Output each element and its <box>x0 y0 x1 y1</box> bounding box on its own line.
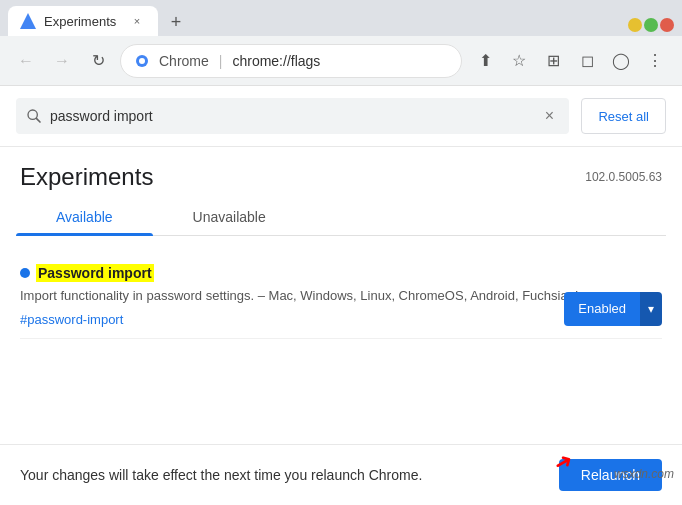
new-tab-button[interactable]: + <box>162 8 190 36</box>
address-chrome-label: Chrome <box>159 53 209 69</box>
reload-button[interactable]: ↻ <box>84 47 112 75</box>
experiment-item: Password import Import functionality in … <box>20 252 662 339</box>
titlebar: Experiments × + <box>0 0 682 36</box>
close-button[interactable] <box>660 18 674 32</box>
status-select-wrap[interactable]: Enabled ▾ <box>564 292 662 326</box>
chrome-icon <box>133 52 151 70</box>
back-button[interactable]: ← <box>12 47 40 75</box>
minimize-button[interactable] <box>628 18 642 32</box>
experiment-link[interactable]: #password-import <box>20 312 123 327</box>
experiments-title: Experiments <box>20 163 153 191</box>
tab-available[interactable]: Available <box>16 199 153 235</box>
address-field[interactable]: Chrome | chrome://flags <box>120 44 462 78</box>
maximize-button[interactable] <box>644 18 658 32</box>
search-bar: × Reset all <box>0 86 682 147</box>
experiment-status-dot <box>20 268 30 278</box>
search-icon <box>26 108 42 124</box>
tabs-bar: Available Unavailable <box>16 199 666 236</box>
status-select-arrow[interactable]: ▾ <box>640 292 662 326</box>
bottom-message: Your changes will take effect the next t… <box>20 467 422 483</box>
address-url: chrome://flags <box>232 53 320 69</box>
svg-line-3 <box>36 118 40 122</box>
toolbar-icons: ⬆ ☆ ⊞ ◻ ◯ ⋮ <box>470 46 670 76</box>
address-separator: | <box>219 53 223 69</box>
experiment-name-row: Password import <box>20 264 662 282</box>
search-input[interactable] <box>50 108 531 124</box>
experiments-list: Password import Import functionality in … <box>0 236 682 444</box>
active-tab[interactable]: Experiments × <box>8 6 158 36</box>
version-text: 102.0.5005.63 <box>585 170 662 184</box>
svg-point-1 <box>139 58 145 64</box>
menu-icon[interactable]: ⋮ <box>640 46 670 76</box>
window-icon[interactable]: ◻ <box>572 46 602 76</box>
tab-close-button[interactable]: × <box>128 12 146 30</box>
search-clear-button[interactable]: × <box>539 106 559 126</box>
extensions-icon[interactable]: ⊞ <box>538 46 568 76</box>
reset-all-button[interactable]: Reset all <box>581 98 666 134</box>
tab-unavailable[interactable]: Unavailable <box>153 199 306 235</box>
address-bar: ← → ↻ Chrome | chrome://flags ⬆ ☆ ⊞ ◻ ◯ … <box>0 36 682 86</box>
window-controls <box>628 18 674 32</box>
search-input-wrap[interactable]: × <box>16 98 569 134</box>
share-icon[interactable]: ⬆ <box>470 46 500 76</box>
experiment-name: Password import <box>36 264 154 282</box>
profile-icon[interactable]: ◯ <box>606 46 636 76</box>
main-content: × Reset all Experiments 102.0.5005.63 Av… <box>0 86 682 505</box>
forward-button[interactable]: → <box>48 47 76 75</box>
tab-favicon <box>20 13 36 29</box>
tab-title: Experiments <box>44 14 120 29</box>
bottom-bar: Your changes will take effect the next t… <box>0 444 682 505</box>
status-select-main[interactable]: Enabled <box>564 292 640 326</box>
experiments-header: Experiments 102.0.5005.63 <box>0 147 682 199</box>
bookmark-icon[interactable]: ☆ <box>504 46 534 76</box>
